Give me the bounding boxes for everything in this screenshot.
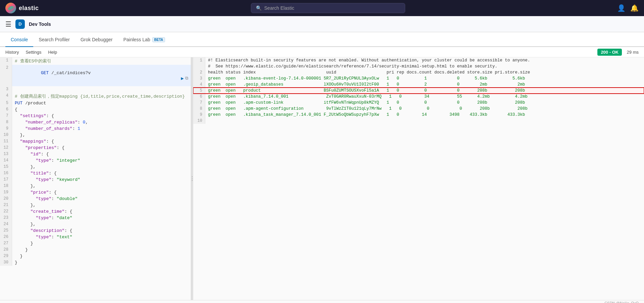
code-line-14: 14 "type": "integer"	[0, 157, 191, 164]
code-line-26: 26 "type": "text"	[0, 234, 191, 240]
code-line-1: 1 # 查看ES中的索引	[0, 57, 191, 65]
elastic-logo	[5, 3, 16, 13]
resp-line-6: 6 green open .kibana_7.14.0_001 ZvT0GAR0…	[193, 94, 644, 100]
top-navigation: elastic 🔍 Search Elastic 👤 🔔	[0, 0, 644, 16]
search-icon: 🔍	[256, 5, 262, 11]
code-line-19: 19 "price": {	[0, 189, 191, 196]
resp-line-8: 8 green open .apm-agent-configuration 9v…	[193, 106, 644, 112]
code-line-2: 2 GET /_cat/indices?v ▶ ⧉	[0, 65, 191, 86]
resp-line-1b: # See https://www.elastic.co/guide/en/el…	[193, 63, 644, 69]
tab-console[interactable]: Console	[5, 33, 33, 47]
code-line-28: 28 }	[0, 247, 191, 253]
editor-pane[interactable]: 1 # 查看ES中的索引 2 GET /_cat/indices?v ▶ ⧉ 3	[0, 57, 191, 300]
app-badge: D	[15, 19, 25, 29]
copy-button[interactable]: ⧉	[185, 76, 188, 81]
history-link[interactable]: History	[5, 50, 19, 55]
settings-link[interactable]: Settings	[25, 50, 41, 55]
code-line-13: 13 "id": {	[0, 151, 191, 157]
code-line-27: 27 }	[0, 240, 191, 247]
code-line-30: 30 }	[0, 259, 191, 266]
resp-line-9: 9 green open .kibana_task_manager_7.14.0…	[193, 112, 644, 118]
help-link[interactable]: Help	[48, 50, 57, 55]
elastic-wordmark: elastic	[19, 5, 39, 12]
logo-area[interactable]: elastic	[5, 3, 39, 13]
run-button[interactable]: ▶	[181, 75, 184, 81]
code-line-21: 21 },	[0, 202, 191, 208]
response-pane: 1 #! Elasticsearch built-in security fea…	[193, 57, 644, 300]
response-content: 1 #! Elasticsearch built-in security fea…	[193, 57, 644, 124]
bell-icon[interactable]: 🔔	[630, 4, 639, 12]
code-line-17: 17 "type": "keyword"	[0, 176, 191, 183]
code-line-3: 3	[0, 86, 191, 93]
search-bar-container: 🔍 Search Elastic	[43, 3, 613, 13]
main-split-pane: 1 # 查看ES中的索引 2 GET /_cat/indices?v ▶ ⧉ 3	[0, 57, 644, 300]
code-line-11: 11 "mappings": {	[0, 138, 191, 145]
nav-right-icons: 👤 🔔	[617, 4, 639, 12]
tab-search-profiler[interactable]: Search Profiler	[33, 33, 75, 47]
search-bar[interactable]: 🔍 Search Elastic	[251, 3, 405, 13]
status-badge: 200 - OK	[597, 49, 622, 56]
search-placeholder: Search Elastic	[264, 5, 294, 11]
code-line-22: 22 "create_time": {	[0, 208, 191, 215]
code-line-9: 9 "number_of_shards": 1	[0, 125, 191, 132]
code-line-8: 8 "number_of_replicas": 0,	[0, 119, 191, 125]
code-line-23: 23 "type": "date"	[0, 215, 191, 221]
resp-line-3: 3 green open .kibana-event-log-7.14.0-00…	[193, 75, 644, 82]
footer: CSDN @Naijia_OvO	[0, 300, 644, 303]
sub-toolbar: History Settings Help 200 - OK 29 ms	[0, 47, 644, 57]
tab-painless-lab[interactable]: Painless Lab BETA	[118, 33, 171, 47]
tabs-bar: Console Search Profiler Grok Debugger Pa…	[0, 32, 644, 47]
code-line-5: 5 PUT /product	[0, 100, 191, 106]
tab-grok-debugger[interactable]: Grok Debugger	[75, 33, 118, 47]
beta-badge: BETA	[152, 37, 165, 42]
code-line-4: 4 # 创建商品索引，指定mapping {id,title,price,cre…	[0, 93, 191, 100]
resp-line-1: 1 #! Elasticsearch built-in security fea…	[193, 57, 644, 63]
code-line-7: 7 "settings": {	[0, 113, 191, 119]
code-line-24: 24 },	[0, 221, 191, 228]
sub-toolbar-right: 200 - OK 29 ms	[597, 49, 639, 55]
code-line-20: 20 "type": "double"	[0, 196, 191, 202]
response-time: 29 ms	[627, 50, 639, 55]
resp-line-4: 4 green open .geoip_databases lXOOu6HvT0…	[193, 82, 644, 88]
code-line-15: 15 },	[0, 164, 191, 170]
resp-line-5: 5 green open product BSFu0ZUMTSOUSXvoFl5…	[193, 88, 644, 94]
code-editor: 1 # 查看ES中的索引 2 GET /_cat/indices?v ▶ ⧉ 3	[0, 57, 191, 266]
code-line-16: 16 "title": {	[0, 170, 191, 176]
user-avatar-icon[interactable]: 👤	[617, 4, 626, 12]
footer-credit: CSDN @Naijia_OvO	[604, 301, 639, 303]
code-line-12: 12 "properties": {	[0, 145, 191, 151]
resp-line-10: 10	[193, 118, 644, 124]
code-line-25: 25 "description": {	[0, 228, 191, 234]
code-line-6: 6 {	[0, 106, 191, 113]
sub-toolbar-left: History Settings Help	[5, 50, 57, 55]
code-line-10: 10 },	[0, 132, 191, 138]
second-bar: ☰ D Dev Tools	[0, 16, 644, 32]
code-line-18: 18 },	[0, 183, 191, 189]
hamburger-menu-icon[interactable]: ☰	[5, 20, 11, 28]
resp-line-2: 2 health status index uuid pri rep docs.…	[193, 69, 644, 75]
resp-line-7: 7 green open .apm-custom-link itfFW6vNTn…	[193, 100, 644, 106]
app-label: Dev Tools	[29, 21, 51, 27]
code-line-29: 29 }	[0, 253, 191, 259]
